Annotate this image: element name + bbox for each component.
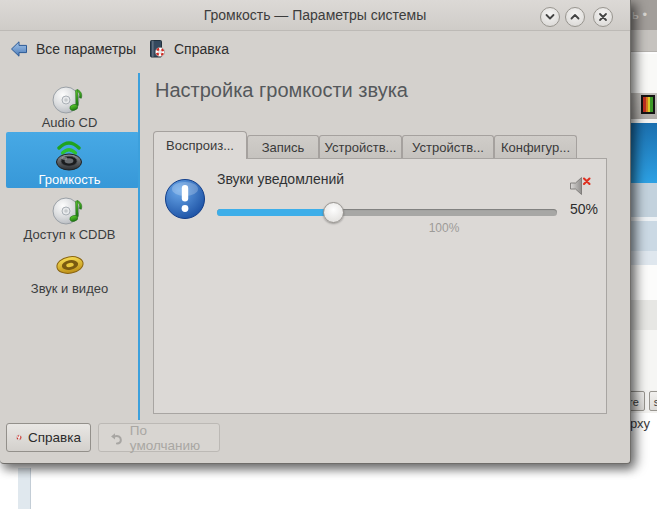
lifering-icon bbox=[16, 428, 22, 447]
shade-button[interactable] bbox=[540, 7, 560, 27]
defaults-button-label: По умолчанию bbox=[130, 423, 210, 453]
speaker-waves-icon bbox=[51, 136, 87, 172]
titlebar[interactable]: Громкость — Параметры системы bbox=[0, 0, 630, 31]
gold-speaker-icon bbox=[54, 252, 86, 278]
help-book-icon bbox=[147, 39, 167, 59]
tab-devices-1[interactable]: Устройств... bbox=[319, 135, 402, 159]
mute-toggle[interactable] bbox=[568, 175, 592, 201]
sidebar-item-audio-cd-label[interactable]: Audio CD bbox=[0, 115, 139, 130]
all-settings-button[interactable]: Все параметры bbox=[9, 36, 136, 62]
page-title: Настройка громкости звука bbox=[155, 79, 408, 102]
slider-handle[interactable] bbox=[323, 202, 344, 223]
help-button-label: Справка bbox=[28, 430, 81, 445]
screen: ь • RC re s верху Громкость — Параметры … bbox=[0, 0, 657, 509]
tab-playback[interactable]: Воспроиз... bbox=[153, 131, 247, 159]
mixer-panel: Звуки уведомлений 50% 100% bbox=[153, 158, 607, 414]
defaults-button: По умолчанию bbox=[98, 423, 220, 452]
window-title: Громкость — Параметры системы bbox=[0, 0, 630, 30]
toolbar-help-label: Справка bbox=[174, 41, 229, 57]
equalizer-color-icon bbox=[641, 95, 655, 114]
help-button[interactable]: Справка bbox=[6, 423, 91, 452]
toolbar-help-button[interactable]: Справка bbox=[147, 36, 229, 62]
slider-tick-label: 100% bbox=[399, 221, 489, 235]
volume-slider[interactable] bbox=[217, 209, 557, 216]
undo-icon bbox=[108, 429, 124, 447]
slider-fill bbox=[217, 209, 333, 216]
muted-speaker-icon bbox=[568, 175, 592, 197]
audio-cd-icon bbox=[52, 194, 86, 226]
chevron-down-icon bbox=[542, 9, 558, 25]
sidebar-item-cddb[interactable] bbox=[52, 194, 86, 230]
chevron-up-icon bbox=[567, 9, 583, 25]
tab-capture[interactable]: Запись bbox=[247, 135, 319, 159]
system-settings-window: Громкость — Параметры системы bbox=[0, 0, 631, 464]
sidebar-item-sound-video-label[interactable]: Звук и видео bbox=[0, 281, 139, 296]
notification-exclamation-icon bbox=[164, 178, 206, 224]
tab-configuration[interactable]: Конфигур... bbox=[494, 135, 577, 159]
sidebar-item-sound-video[interactable] bbox=[54, 252, 86, 282]
sidebar-item-cddb-label[interactable]: Доступ к CDDB bbox=[0, 227, 139, 242]
sidebar-item-volume-label[interactable]: Громкость bbox=[0, 172, 139, 187]
channel-label: Звуки уведомлений bbox=[217, 171, 344, 187]
close-button[interactable] bbox=[593, 7, 613, 27]
background-vertical-band bbox=[18, 468, 31, 509]
close-icon bbox=[595, 9, 611, 25]
back-arrow-icon bbox=[9, 39, 29, 59]
tab-devices-2[interactable]: Устройств... bbox=[402, 135, 494, 159]
maximize-button[interactable] bbox=[565, 7, 585, 27]
all-settings-label: Все параметры bbox=[36, 41, 136, 57]
volume-value: 50% bbox=[564, 201, 598, 217]
audio-cd-icon bbox=[52, 83, 86, 115]
background-button[interactable]: s bbox=[649, 391, 657, 411]
sidebar-item-audio-cd[interactable] bbox=[52, 83, 86, 119]
sidebar-item-volume[interactable] bbox=[51, 136, 87, 176]
